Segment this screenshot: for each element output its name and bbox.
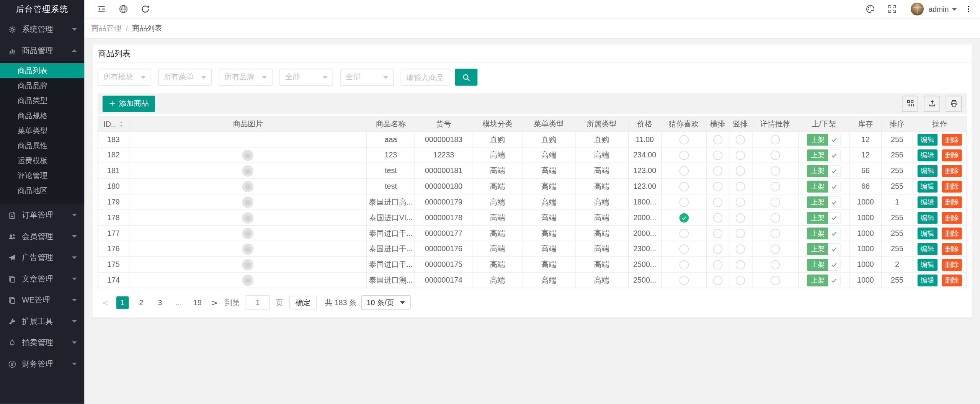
sidebar-subitem[interactable]: 运费模板	[0, 153, 84, 168]
horizontal-radio[interactable]	[713, 229, 722, 238]
product-image-placeholder[interactable]	[242, 149, 254, 161]
guess-radio[interactable]	[679, 275, 688, 285]
sidebar-item[interactable]: 会员管理	[0, 226, 84, 247]
horizontal-radio[interactable]	[713, 197, 722, 206]
filter-select[interactable]: 全部	[279, 69, 333, 86]
edit-button[interactable]: 编辑	[917, 274, 937, 286]
product-image-placeholder[interactable]	[242, 212, 254, 224]
next-page-icon[interactable]: >	[211, 298, 218, 307]
horizontal-radio[interactable]	[713, 260, 722, 269]
filter-select[interactable]: 所有品牌	[219, 69, 272, 86]
vertical-radio[interactable]	[736, 182, 745, 191]
refresh-icon[interactable]	[140, 4, 150, 13]
export-icon[interactable]	[924, 95, 940, 111]
edit-button[interactable]: 编辑	[917, 258, 937, 270]
fullscreen-icon[interactable]	[888, 4, 897, 13]
edit-button[interactable]: 编辑	[917, 165, 937, 177]
horizontal-radio[interactable]	[713, 150, 722, 160]
sidebar-item[interactable]: 扩展工具	[0, 311, 84, 332]
vertical-radio[interactable]	[736, 166, 745, 175]
vertical-radio[interactable]	[736, 260, 745, 269]
edit-button[interactable]: 编辑	[917, 134, 937, 146]
delete-button[interactable]: 删除	[942, 212, 962, 224]
sidebar-item[interactable]: 广告管理	[0, 247, 84, 268]
product-image-placeholder[interactable]	[242, 196, 254, 208]
page-number[interactable]: 3	[154, 296, 166, 309]
horizontal-radio[interactable]	[713, 182, 722, 191]
status-toggle[interactable]: 上架	[807, 165, 841, 177]
sidebar-subitem[interactable]: 商品类型	[0, 93, 84, 108]
detail-recommend-radio[interactable]	[771, 229, 780, 238]
status-toggle[interactable]: 上架	[807, 149, 841, 161]
delete-button[interactable]: 删除	[942, 274, 962, 286]
status-toggle[interactable]: 上架	[807, 180, 841, 192]
sidebar-subitem[interactable]: 菜单类型	[0, 123, 84, 138]
detail-recommend-radio[interactable]	[771, 166, 780, 175]
horizontal-radio[interactable]	[713, 166, 722, 175]
status-toggle[interactable]: 上架	[807, 212, 841, 224]
theme-palette-icon[interactable]	[866, 4, 875, 13]
page-number[interactable]: 2	[135, 296, 147, 309]
vertical-radio[interactable]	[736, 197, 745, 206]
prev-page-icon[interactable]: <	[102, 298, 109, 307]
product-image-placeholder[interactable]	[242, 258, 254, 270]
sidebar-item[interactable]: 财务管理	[0, 353, 84, 375]
delete-button[interactable]: 删除	[942, 227, 962, 239]
guess-radio[interactable]	[679, 135, 688, 144]
sidebar-item[interactable]: 商品管理	[0, 40, 84, 61]
status-toggle[interactable]: 上架	[807, 274, 841, 286]
vertical-radio[interactable]	[736, 150, 745, 160]
page-number[interactable]: 1	[116, 296, 129, 309]
guess-radio[interactable]	[679, 229, 688, 238]
status-toggle[interactable]: 上架	[807, 134, 841, 146]
sort-icon[interactable]	[118, 120, 123, 127]
column-header[interactable]: ID..	[98, 116, 129, 131]
horizontal-radio[interactable]	[713, 244, 722, 254]
sidebar-subitem[interactable]: 评论管理	[0, 168, 84, 183]
guess-radio[interactable]	[679, 260, 688, 269]
horizontal-radio[interactable]	[713, 213, 722, 222]
edit-button[interactable]: 编辑	[917, 149, 937, 161]
sidebar-item[interactable]: 系统管理	[0, 19, 84, 40]
vertical-radio[interactable]	[736, 275, 745, 285]
detail-recommend-radio[interactable]	[771, 275, 780, 285]
edit-button[interactable]: 编辑	[917, 212, 937, 224]
language-icon[interactable]	[119, 4, 128, 13]
status-toggle[interactable]: 上架	[807, 196, 841, 208]
detail-recommend-radio[interactable]	[771, 213, 780, 222]
delete-button[interactable]: 删除	[942, 243, 962, 255]
page-number[interactable]: 19	[191, 296, 204, 309]
delete-button[interactable]: 删除	[942, 258, 962, 270]
guess-radio[interactable]	[679, 244, 688, 254]
filter-select[interactable]: 所有菜单	[158, 69, 212, 86]
horizontal-radio[interactable]	[713, 135, 722, 144]
sidebar-subitem[interactable]: 商品规格	[0, 108, 84, 123]
sidebar-item[interactable]: WE管理	[0, 290, 84, 311]
sidebar-item[interactable]: 拍卖管理	[0, 332, 84, 353]
guess-radio[interactable]	[679, 150, 688, 160]
search-button[interactable]	[455, 69, 478, 86]
vertical-radio[interactable]	[736, 135, 745, 144]
detail-recommend-radio[interactable]	[771, 182, 780, 191]
guess-check-icon[interactable]	[679, 213, 688, 222]
product-image-placeholder[interactable]	[242, 165, 254, 177]
detail-recommend-radio[interactable]	[771, 244, 780, 254]
edit-button[interactable]: 编辑	[917, 243, 937, 255]
add-product-button[interactable]: 添加商品	[103, 95, 155, 111]
confirm-button[interactable]: 确定	[289, 296, 317, 309]
product-image-placeholder[interactable]	[242, 274, 254, 286]
guess-radio[interactable]	[679, 197, 688, 206]
username[interactable]: admin	[928, 5, 949, 13]
status-toggle[interactable]: 上架	[807, 227, 841, 239]
delete-button[interactable]: 删除	[942, 180, 962, 192]
product-image-placeholder[interactable]	[242, 243, 254, 255]
detail-recommend-radio[interactable]	[771, 260, 780, 269]
edit-button[interactable]: 编辑	[917, 227, 937, 239]
detail-recommend-radio[interactable]	[771, 150, 780, 160]
detail-recommend-radio[interactable]	[771, 197, 780, 206]
page-size-select[interactable]: 10 条/页	[361, 295, 410, 310]
sidebar-item[interactable]: 订单管理	[0, 204, 84, 226]
columns-toggle-icon[interactable]	[902, 95, 918, 111]
product-name-input[interactable]	[401, 69, 449, 86]
vertical-radio[interactable]	[736, 229, 745, 238]
